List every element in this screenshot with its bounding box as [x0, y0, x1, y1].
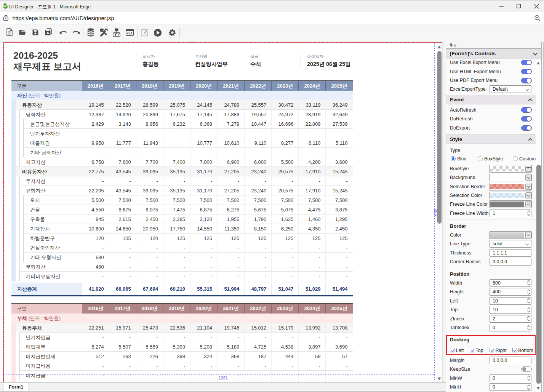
svg-text:A: A [4, 5, 6, 8]
